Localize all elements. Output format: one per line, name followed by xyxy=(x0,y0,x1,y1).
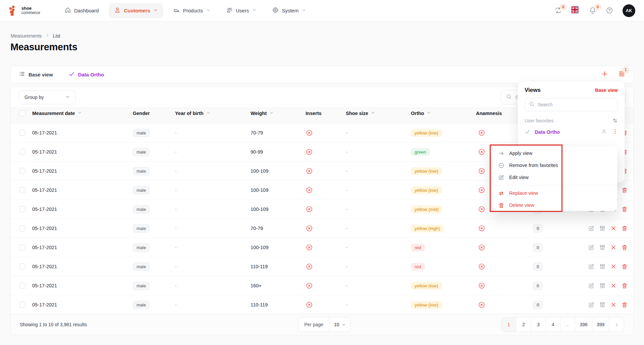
menu-item-delete-view[interactable]: Delete view xyxy=(492,199,617,211)
row-checkbox[interactable] xyxy=(19,168,25,174)
cancel-row-icon[interactable] xyxy=(610,282,617,289)
page-button-1[interactable]: 1 xyxy=(501,318,516,332)
cell-year-of-birth: - xyxy=(175,207,251,212)
cell-weight: 110-119 xyxy=(251,264,306,269)
cancel-row-icon[interactable] xyxy=(610,225,617,232)
cancel-row-icon[interactable] xyxy=(610,263,617,270)
next-page-button[interactable] xyxy=(609,318,624,332)
caret-down-icon xyxy=(302,8,306,13)
archive-row-icon[interactable] xyxy=(599,244,606,251)
page-button-4[interactable]: 4 xyxy=(546,318,560,332)
edit-row-icon[interactable] xyxy=(588,244,595,251)
archive-row-icon[interactable] xyxy=(599,225,606,232)
cell-weight: 100-109 xyxy=(251,168,306,174)
cancel-row-icon[interactable] xyxy=(610,244,617,251)
row-checkbox[interactable] xyxy=(19,244,25,250)
archive-row-icon[interactable] xyxy=(599,263,606,270)
ortho-status-badge: yellow (low) xyxy=(411,301,442,309)
nav-item-products[interactable]: Products xyxy=(168,3,216,18)
chevron-down-icon xyxy=(269,110,274,116)
add-view-icon[interactable] xyxy=(601,70,608,79)
breadcrumb-parent[interactable]: Measurements xyxy=(11,33,42,39)
select-all-checkbox[interactable] xyxy=(19,110,25,116)
notifications-bell-icon[interactable]: 0 xyxy=(589,7,597,15)
views-bar-actions: 1 xyxy=(601,70,625,79)
row-checkbox[interactable] xyxy=(19,225,25,231)
delete-row-icon[interactable] xyxy=(621,187,628,193)
delete-row-icon[interactable] xyxy=(621,263,628,270)
inserts-no-icon xyxy=(306,301,346,308)
menu-item-edit-view[interactable]: Edit view xyxy=(492,171,617,183)
menu-item-apply-view[interactable]: Apply view xyxy=(492,147,617,159)
delete-row-icon[interactable] xyxy=(621,225,628,232)
help-icon[interactable] xyxy=(606,7,614,15)
row-actions xyxy=(567,263,633,270)
archive-row-icon[interactable] xyxy=(599,301,606,308)
delete-row-icon[interactable] xyxy=(621,301,628,308)
page-button-398[interactable]: 398 xyxy=(575,318,592,332)
ortho-status-badge: yellow (mid) xyxy=(411,206,442,213)
delete-row-icon[interactable] xyxy=(621,282,628,289)
tab-data-ortho[interactable]: Data Ortho xyxy=(68,71,104,78)
row-checkbox[interactable] xyxy=(19,264,25,270)
sync-icon[interactable]: 0 xyxy=(554,7,562,15)
row-checkbox[interactable] xyxy=(19,187,25,193)
gender-badge: male xyxy=(133,205,150,214)
views-list-icon[interactable]: 1 xyxy=(618,70,625,79)
language-flag-icon[interactable] xyxy=(571,6,580,15)
inserts-no-icon xyxy=(306,148,346,156)
header-cell-weight[interactable]: Weight xyxy=(251,110,306,116)
edit-row-icon[interactable] xyxy=(588,263,595,270)
inserts-no-icon xyxy=(306,225,346,232)
gear-icon xyxy=(272,7,279,14)
edit-row-icon[interactable] xyxy=(588,301,595,308)
menu-item-remove-from-favorites[interactable]: Remove from favorites xyxy=(492,159,617,171)
per-page-select[interactable]: 10 xyxy=(329,322,351,327)
header-cell-measurement-date[interactable]: Measurement date xyxy=(32,110,133,116)
tab-base-view-label: Base view xyxy=(29,72,53,77)
row-checkbox[interactable] xyxy=(19,149,25,155)
brand-logo[interactable]: shoe commerce xyxy=(9,5,40,16)
ortho-status-badge: red xyxy=(411,244,425,251)
more-options-icon[interactable] xyxy=(612,129,618,135)
page-button-399[interactable]: 399 xyxy=(592,318,609,332)
tab-base-view[interactable]: Base view xyxy=(19,71,53,78)
row-checkbox[interactable] xyxy=(19,130,25,136)
header-cell-shoe-size[interactable]: Shoe size xyxy=(346,110,411,116)
cell-measurement-date: 05-17-2021 xyxy=(32,226,133,231)
row-checkbox[interactable] xyxy=(19,283,25,289)
views-search-input[interactable] xyxy=(538,102,613,107)
cell-shoe-size: - xyxy=(346,207,411,212)
page-button-2[interactable]: 2 xyxy=(516,318,531,332)
edit-row-icon[interactable] xyxy=(588,225,595,232)
page-button-3[interactable]: 3 xyxy=(531,318,546,332)
delete-row-icon[interactable] xyxy=(621,244,628,251)
nav-item-dashboard[interactable]: Dashboard xyxy=(59,3,104,18)
group-by-select[interactable]: Group by xyxy=(19,90,76,104)
nav-item-customers[interactable]: Customers xyxy=(109,3,163,18)
row-checkbox[interactable] xyxy=(19,302,25,308)
user-avatar[interactable]: AK xyxy=(623,4,635,17)
anamnesis-no-icon xyxy=(478,282,533,289)
row-actions xyxy=(567,301,633,308)
favorite-view-data-ortho[interactable]: Data Ortho xyxy=(525,128,618,136)
caret-down-icon xyxy=(206,8,211,13)
archive-row-icon[interactable] xyxy=(599,282,606,289)
delete-row-icon[interactable] xyxy=(621,206,628,213)
header-cell-year-of-birth[interactable]: Year of birth xyxy=(175,110,251,116)
ortho-status-badge: yellow (low) xyxy=(411,186,442,194)
nav-item-users[interactable]: Users xyxy=(221,3,262,18)
nav-item-system[interactable]: System xyxy=(267,3,312,18)
ortho-status-badge: yellow (low) xyxy=(411,167,442,175)
edit-row-icon[interactable] xyxy=(588,282,595,289)
header-cell-ortho[interactable]: Ortho xyxy=(411,110,476,116)
cell-year-of-birth: - xyxy=(175,187,251,193)
caret-down-icon xyxy=(252,8,257,13)
menu-item-replace-view[interactable]: Replace view xyxy=(492,187,617,199)
anamnesis-no-icon xyxy=(478,263,533,270)
base-view-link[interactable]: Base view xyxy=(595,88,618,93)
row-checkbox[interactable] xyxy=(19,206,25,212)
brand-name-top: shoe xyxy=(21,6,40,11)
cancel-row-icon[interactable] xyxy=(610,301,617,308)
sort-updown-icon[interactable] xyxy=(612,118,618,123)
